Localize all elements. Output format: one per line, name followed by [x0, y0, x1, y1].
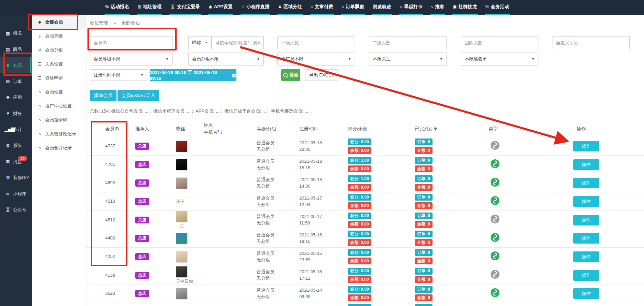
- type-cell: [489, 270, 533, 281]
- submenu-item-会员邀请码[interactable]: ○会员邀请码: [32, 113, 86, 127]
- submenu-item-会员等级[interactable]: ⇣会员等级: [32, 29, 86, 43]
- member-avatar[interactable]: [176, 288, 188, 300]
- promoter-select[interactable]: 推广员不限▼: [277, 53, 355, 65]
- submenu-item-关系链修改记录[interactable]: ○关系链修改记录: [32, 127, 86, 141]
- sidebar-item-订单[interactable]: ⊟订单: [0, 73, 32, 89]
- apps-icon: ❖: [4, 95, 11, 100]
- excel-import-button[interactable]: 会员EXCEL导入: [118, 90, 159, 101]
- wechat-type-icon-green: [491, 251, 499, 260]
- top-nav-item-浏览轨迹[interactable]: 浏览轨迹: [372, 0, 392, 15]
- member-avatar[interactable]: [176, 141, 188, 152]
- sidebar-item-消息[interactable]: ✉消息12: [0, 154, 32, 170]
- orders-badge: 订单: 0: [415, 139, 433, 145]
- referrer-badge: 总店: [135, 198, 149, 205]
- sidebar-item-应用[interactable]: ❖应用: [0, 89, 32, 105]
- member-group-select[interactable]: 会员分组不限▼: [188, 53, 264, 65]
- top-nav-item-地址管理[interactable]: ▤地址管理: [137, 0, 162, 15]
- action-cell: 操作: [533, 215, 644, 225]
- submenu-item-资格申请[interactable]: ☰资格申请: [32, 71, 86, 85]
- top-nav-item-社群接龙[interactable]: ▣社群接龙: [452, 0, 478, 15]
- top-nav-item-推客[interactable]: <推客: [430, 0, 445, 15]
- member-level-select[interactable]: 会员等级不限▼: [90, 53, 173, 65]
- sidebar-item-财务[interactable]: ¥财务: [0, 105, 32, 121]
- sort-alpha-icon: ⇵: [37, 48, 43, 53]
- row-action-button[interactable]: 操作: [573, 215, 599, 225]
- member-avatar[interactable]: [176, 266, 188, 278]
- row-action-button[interactable]: 操作: [573, 178, 599, 188]
- points-balance-cell: 积分: 0.00余额: 0.00: [348, 249, 415, 264]
- row-action-button[interactable]: 操作: [573, 288, 599, 299]
- orders-amount-cell: 订单: 0金额: 0: [415, 139, 489, 154]
- member-avatar[interactable]: [176, 251, 188, 263]
- search-button[interactable]: 搜索: [281, 69, 300, 81]
- level2-count-input[interactable]: [369, 36, 447, 49]
- referrer-badge: 总店: [135, 290, 149, 297]
- submenu-item-会员分组[interactable]: ⇵会员分组: [32, 43, 86, 57]
- table-row: 4138总店天中日如普通会员无分组2021-05-1517:12积分: 0.00…: [86, 266, 644, 285]
- sidebar-item-概况[interactable]: ▦概况: [0, 25, 32, 41]
- top-nav-item-活动报名[interactable]: %活动报名: [105, 0, 130, 15]
- top-nav-item-订单飘窗[interactable]: ○订单飘窗: [341, 0, 365, 15]
- top-nav-item-早起打卡[interactable]: ○早起打卡: [399, 0, 423, 15]
- reg-time: 17:12: [299, 275, 348, 282]
- add-member-button[interactable]: 添加会员: [90, 90, 117, 101]
- team-count-input[interactable]: [461, 36, 538, 49]
- sidebar-item-公众号[interactable]: ⌛公众号: [0, 202, 32, 218]
- row-action-button[interactable]: 操作: [573, 159, 599, 170]
- member-group: 无分组: [257, 238, 299, 245]
- submenu-item-会员设置[interactable]: ○会员设置: [32, 85, 86, 99]
- top-nav-item-小程序直播[interactable]: ♡小程序直播: [241, 0, 270, 15]
- submenu-item-label: 资格申请: [45, 75, 63, 81]
- date-range-button[interactable]: 2021-04-19 09:18 至 2021-05-19 09:18 ▦: [150, 69, 236, 81]
- submenu-item-关系设置[interactable]: ☰关系设置: [32, 57, 86, 71]
- row-action-button[interactable]: 操作: [573, 233, 599, 244]
- member-avatar[interactable]: [176, 159, 188, 171]
- sidebar-item-商品[interactable]: ▤商品: [0, 41, 32, 57]
- top-nav-item-会务活动[interactable]: %会务活动: [485, 0, 510, 15]
- member-group: 无分组: [257, 202, 299, 208]
- sidebar-item-系统[interactable]: ⚙系统: [0, 137, 32, 154]
- member-stats-line: 总数: 154; 微信公众号会员: ... ; 微信小程序会员: ... ; A…: [90, 108, 311, 114]
- submenu-item-推广中心设置[interactable]: ○推广中心设置: [32, 99, 86, 113]
- goods-icon: ▤: [4, 47, 11, 52]
- sidebar-item-统计[interactable]: ▂▅▇统计: [0, 121, 32, 137]
- member-id-input[interactable]: [90, 36, 173, 49]
- member-avatar[interactable]: [176, 233, 188, 244]
- row-action-button[interactable]: 操作: [573, 270, 599, 281]
- row-action-button[interactable]: 操作: [573, 196, 599, 207]
- sidebar-item-会员[interactable]: ☻会员: [0, 57, 32, 73]
- top-nav-item-APP设置[interactable]: ◉APP设置: [208, 0, 233, 15]
- member-avatar[interactable]: [176, 211, 188, 222]
- export-excel-button[interactable]: 导出 EXCEL: [305, 69, 338, 81]
- member-level: 普通会员: [257, 287, 299, 294]
- top-nav-item-支付宝登录[interactable]: ⌛支付宝登录: [169, 0, 201, 15]
- level1-count-input[interactable]: [277, 36, 355, 49]
- sidebar-item-装修DIY[interactable]: ⚒装修DIY: [0, 170, 32, 186]
- blacklist-filter-select[interactable]: 不限黑名单▼: [461, 53, 538, 65]
- hourglass-icon: ⌛: [170, 4, 175, 9]
- table-top-divider: [90, 119, 644, 119]
- breadcrumb-section[interactable]: 会员管理: [90, 20, 108, 26]
- orders-badge: 订单: 0: [415, 268, 433, 275]
- sidebar-item-label: 概况: [13, 30, 22, 37]
- submenu-item-全部会员[interactable]: ☻全部会员: [32, 15, 86, 29]
- nickname-field-select[interactable]: 昵称 ▼: [188, 36, 211, 49]
- member-table-body: 4737总店普通会员无分组2021-05-1823:05积分: 0.00余额: …: [86, 137, 644, 306]
- follow-filter-select[interactable]: 不限关注▼: [369, 53, 447, 65]
- top-nav-item-区域分红[interactable]: ♟区域分红: [277, 0, 303, 15]
- member-avatar[interactable]: [176, 177, 188, 189]
- submenu-item-会员合并记录[interactable]: ○会员合并记录: [32, 141, 86, 155]
- top-nav-item-文章付费[interactable]: ○文章付费: [310, 0, 334, 15]
- orders-badge: 订单: 0: [415, 175, 433, 182]
- row-action-button[interactable]: 操作: [573, 141, 599, 151]
- sidebar-item-小程序[interactable]: ∞小程序: [0, 186, 32, 202]
- custom-field-input[interactable]: [552, 36, 630, 49]
- nickname-search-input[interactable]: [211, 36, 264, 49]
- sidebar-item-label: 统计: [13, 127, 22, 133]
- amount-badge: 金额: 0: [415, 276, 433, 283]
- amount-badge: 金额: 0: [415, 202, 433, 209]
- regtime-filter-select[interactable]: 注册时间不限▼: [90, 69, 147, 81]
- calendar-icon: ▦: [232, 72, 236, 78]
- fan-nickname: 汪汪: [176, 199, 204, 205]
- row-action-button[interactable]: 操作: [573, 251, 599, 262]
